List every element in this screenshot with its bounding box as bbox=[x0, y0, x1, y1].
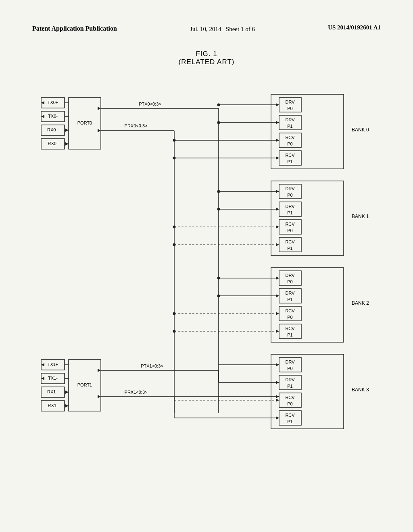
svg-text:BANK 1: BANK 1 bbox=[352, 214, 369, 219]
svg-text:TX0+: TX0+ bbox=[48, 100, 58, 105]
header-center: Jul. 10, 2014 Sheet 1 of 6 bbox=[190, 24, 255, 34]
header: Patent Application Publication Jul. 10, … bbox=[32, 24, 381, 34]
svg-text:BANK 2: BANK 2 bbox=[352, 300, 369, 306]
svg-text:P0: P0 bbox=[287, 141, 292, 146]
svg-text:DRV: DRV bbox=[285, 291, 295, 295]
svg-text:DRV: DRV bbox=[285, 204, 295, 209]
svg-text:DRV: DRV bbox=[285, 377, 295, 382]
svg-marker-45 bbox=[276, 139, 279, 142]
header-right: US 2014/0192601 A1 bbox=[328, 24, 381, 31]
svg-text:P0: P0 bbox=[287, 106, 292, 111]
svg-text:P1: P1 bbox=[287, 246, 292, 251]
svg-marker-16 bbox=[65, 129, 69, 132]
svg-marker-42 bbox=[276, 121, 279, 124]
svg-marker-47 bbox=[276, 156, 279, 160]
svg-point-144 bbox=[217, 190, 220, 193]
header-left: Patent Application Publication bbox=[32, 24, 117, 33]
svg-text:TX1+: TX1+ bbox=[48, 362, 58, 367]
svg-point-153 bbox=[173, 330, 176, 333]
svg-text:BANK 0: BANK 0 bbox=[352, 127, 369, 133]
svg-marker-107 bbox=[41, 377, 44, 380]
svg-text:DRV: DRV bbox=[285, 117, 295, 122]
svg-point-151 bbox=[173, 243, 176, 246]
svg-point-146 bbox=[217, 277, 220, 280]
svg-text:RX1+: RX1+ bbox=[47, 389, 58, 394]
svg-point-150 bbox=[173, 226, 176, 229]
svg-text:BANK 3: BANK 3 bbox=[352, 387, 369, 393]
svg-text:PTX0<0:3>: PTX0<0:3> bbox=[139, 102, 161, 106]
svg-text:DRV: DRV bbox=[285, 100, 295, 104]
svg-marker-134 bbox=[276, 363, 279, 366]
svg-text:P0: P0 bbox=[287, 279, 292, 284]
figure-title: FIG. 1 (RELATED ART) bbox=[32, 50, 381, 66]
svg-rect-70 bbox=[271, 268, 344, 342]
svg-text:RCV: RCV bbox=[285, 222, 295, 227]
svg-marker-20 bbox=[98, 107, 101, 110]
svg-rect-118 bbox=[271, 354, 344, 429]
patent-number: US 2014/0192601 A1 bbox=[328, 24, 381, 31]
diagram: TX0+ TX0- RX0+ RX0- PORT0 bbox=[33, 78, 380, 461]
svg-marker-14 bbox=[41, 101, 44, 104]
svg-text:DRV: DRV bbox=[285, 186, 295, 191]
svg-point-149 bbox=[173, 157, 176, 160]
svg-text:P1: P1 bbox=[287, 124, 292, 129]
svg-marker-106 bbox=[41, 363, 44, 366]
svg-text:P0: P0 bbox=[287, 401, 292, 406]
svg-marker-67 bbox=[276, 225, 279, 229]
fig-title-line1: FIG. 1 bbox=[32, 50, 381, 58]
svg-marker-112 bbox=[98, 369, 101, 372]
svg-marker-136 bbox=[276, 381, 279, 384]
svg-text:DRV: DRV bbox=[285, 273, 295, 278]
svg-marker-65 bbox=[276, 208, 279, 211]
svg-text:RCV: RCV bbox=[285, 308, 295, 313]
svg-rect-48 bbox=[271, 181, 344, 256]
svg-marker-109 bbox=[65, 404, 69, 407]
svg-text:P1: P1 bbox=[287, 384, 292, 389]
svg-point-152 bbox=[173, 312, 176, 315]
date-sheet: Jul. 10, 2014 Sheet 1 of 6 bbox=[190, 26, 255, 32]
svg-point-143 bbox=[217, 121, 220, 124]
svg-text:RCV: RCV bbox=[285, 239, 295, 244]
svg-text:PRX1<0:3>: PRX1<0:3> bbox=[125, 390, 148, 395]
svg-text:RCV: RCV bbox=[285, 326, 295, 331]
svg-marker-115 bbox=[98, 395, 101, 398]
svg-text:RX0+: RX0+ bbox=[47, 127, 58, 132]
svg-text:P0: P0 bbox=[287, 315, 292, 320]
svg-text:PORT0: PORT0 bbox=[77, 121, 92, 125]
svg-point-145 bbox=[217, 208, 220, 211]
svg-text:P1: P1 bbox=[287, 332, 292, 337]
svg-marker-17 bbox=[65, 142, 69, 145]
svg-marker-138 bbox=[276, 399, 279, 402]
svg-point-147 bbox=[217, 295, 220, 297]
svg-text:DRV: DRV bbox=[285, 360, 295, 364]
svg-marker-87 bbox=[276, 294, 279, 297]
svg-text:P1: P1 bbox=[287, 419, 292, 424]
svg-text:RX0-: RX0- bbox=[48, 141, 58, 146]
svg-text:P0: P0 bbox=[287, 193, 292, 197]
publication-label: Patent Application Publication bbox=[32, 25, 117, 32]
svg-marker-15 bbox=[41, 115, 44, 118]
svg-marker-140 bbox=[276, 416, 279, 420]
svg-marker-85 bbox=[276, 276, 279, 280]
svg-marker-117 bbox=[276, 395, 279, 398]
svg-text:P0: P0 bbox=[287, 366, 292, 371]
svg-point-142 bbox=[217, 104, 220, 106]
svg-text:P1: P1 bbox=[287, 159, 292, 164]
svg-text:RCV: RCV bbox=[285, 395, 295, 400]
svg-text:RCV: RCV bbox=[285, 413, 295, 418]
svg-marker-69 bbox=[276, 243, 279, 246]
svg-text:P0: P0 bbox=[287, 228, 292, 233]
svg-marker-89 bbox=[276, 312, 279, 315]
page: Patent Application Publication Jul. 10, … bbox=[0, 0, 413, 532]
svg-marker-63 bbox=[276, 190, 279, 193]
svg-text:PRX0<0:3>: PRX0<0:3> bbox=[125, 123, 148, 128]
svg-point-148 bbox=[173, 139, 176, 142]
svg-marker-108 bbox=[65, 391, 69, 394]
circuit-diagram: TX0+ TX0- RX0+ RX0- PORT0 bbox=[33, 78, 380, 461]
svg-text:RCV: RCV bbox=[285, 135, 295, 140]
svg-text:P1: P1 bbox=[287, 297, 292, 302]
svg-text:RCV: RCV bbox=[285, 153, 295, 158]
svg-rect-24 bbox=[271, 94, 344, 169]
svg-marker-91 bbox=[276, 330, 279, 333]
svg-marker-40 bbox=[276, 103, 279, 106]
